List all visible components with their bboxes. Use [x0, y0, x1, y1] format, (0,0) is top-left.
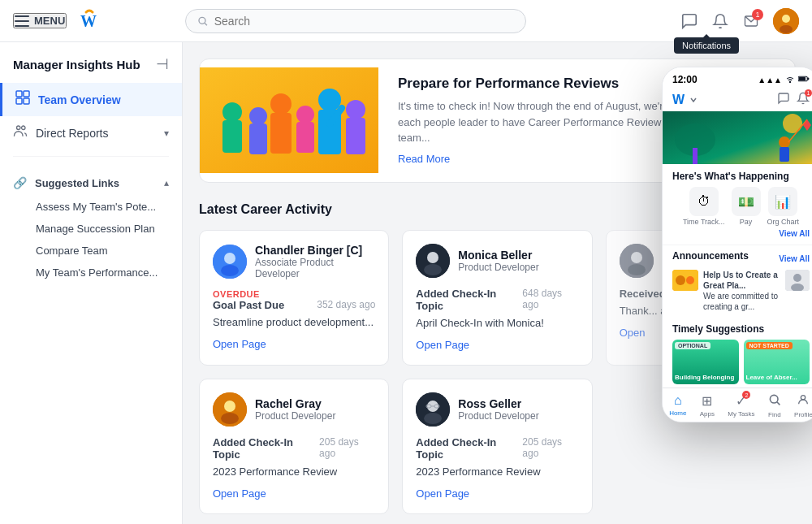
mobile-section-title: Here's What's Happening	[672, 171, 810, 182]
mobile-announce-item: Help Us to Create a Great Pla... We are …	[672, 270, 810, 312]
mobile-signal-icon: ▲▲▲	[758, 76, 782, 84]
mobile-announcements-title: Announcements	[672, 250, 749, 262]
mobile-timely-card-2[interactable]: NOT STARTED Leave of Abser...	[744, 340, 810, 384]
suggested-links-header: 🔗 Suggested Links ▴	[0, 163, 182, 196]
rachel-header: Rachel Gray Product Developer	[213, 392, 375, 427]
mobile-time-track-action[interactable]: ⏱ Time Track...	[683, 187, 725, 226]
svg-rect-50	[693, 148, 698, 164]
svg-point-29	[221, 265, 239, 276]
sidebar-item-direct-reports[interactable]: Direct Reports ▾	[0, 116, 182, 149]
chat-icon[interactable]	[680, 12, 698, 30]
svg-point-6	[780, 25, 793, 33]
main-content: Prepare for Performance Reviews It's tim…	[183, 42, 812, 524]
sidebar-collapse-icon[interactable]: ⊣	[156, 55, 169, 73]
mobile-pay-action[interactable]: 💵 Pay	[732, 187, 761, 226]
direct-reports-chevron: ▾	[164, 128, 169, 139]
sidebar-link-compare[interactable]: Compare Team	[0, 240, 182, 262]
mobile-status-icons: ▲▲▲	[758, 75, 810, 84]
rachel-days: 205 days ago	[319, 436, 375, 459]
org-chart-label: Org Chart	[767, 218, 800, 226]
svg-point-11	[17, 126, 21, 130]
menu-button[interactable]: MENU	[13, 13, 67, 28]
rachel-open-page-link[interactable]: Open Page	[213, 487, 266, 500]
rachel-role: Product Developer	[255, 410, 335, 422]
mobile-org-chart-action[interactable]: 📊 Org Chart	[767, 187, 800, 226]
mobile-battery-icon	[798, 75, 810, 84]
team-overview-label: Team Overview	[38, 93, 121, 106]
mobile-announce-thumb	[672, 270, 698, 291]
ross-open-page-link[interactable]: Open Page	[416, 487, 469, 500]
mobile-notif-badge: 1	[805, 89, 812, 97]
svg-text:W: W	[80, 12, 97, 30]
notifications-icon[interactable]	[711, 12, 729, 30]
mobile-announce-view-all[interactable]: View All	[779, 254, 810, 263]
monica-activity-label: Added Check-In Topic	[416, 288, 522, 312]
mobile-announce-title: Help Us to Create a Great Pla...	[703, 271, 778, 290]
app-logo: W	[76, 8, 102, 34]
svg-point-5	[782, 15, 790, 23]
mobile-view-all-link[interactable]: View All	[672, 229, 810, 238]
svg-line-62	[777, 402, 780, 405]
mobile-time: 12:00	[672, 74, 698, 85]
sidebar-link-performance[interactable]: My Team's Performance...	[0, 262, 182, 284]
suggested-links-chevron[interactable]: ▴	[164, 177, 169, 188]
svg-point-56	[676, 275, 685, 285]
mobile-chat-icon[interactable]	[777, 92, 790, 105]
sidebar-title: Manager Insights Hub	[13, 58, 140, 71]
svg-point-22	[318, 89, 341, 111]
mobile-status-bar: 12:00 ▲▲▲	[663, 67, 812, 89]
people-icon	[13, 123, 28, 142]
svg-rect-21	[296, 122, 314, 153]
svg-point-59	[793, 274, 801, 282]
svg-point-63	[801, 396, 806, 400]
mobile-nav-apps[interactable]: ⊞ Apps	[700, 393, 715, 418]
profile-icon	[797, 393, 810, 409]
rachel-activity-label: Added Check-In Topic	[213, 436, 319, 461]
receiver-open-link[interactable]: Open	[620, 327, 646, 339]
person-card-monica: Monica Beller Product Developer Added Ch…	[402, 230, 592, 366]
chandler-header: Chandler Binger [C] Associate Product De…	[213, 244, 375, 279]
mobile-nav-find[interactable]: Find	[768, 393, 781, 418]
timely-label-1: Building Belonging	[675, 374, 736, 382]
chandler-avatar	[213, 245, 247, 279]
chandler-detail: Streamline product development...	[213, 316, 375, 328]
ross-role: Product Developer	[458, 410, 538, 422]
svg-rect-25	[346, 118, 365, 154]
sidebar-divider	[13, 156, 169, 157]
person-card-ross: Ross Geller Product Developer Added Chec…	[402, 379, 592, 514]
ross-avatar	[416, 392, 450, 427]
home-icon: ⌂	[674, 393, 682, 408]
monica-name: Monica Beller	[458, 249, 538, 262]
rachel-avatar	[213, 392, 247, 427]
sidebar-link-succession[interactable]: Manage Succession Plan	[0, 218, 182, 240]
sidebar-item-team-overview[interactable]: Team Overview	[0, 83, 182, 116]
receiver-activity-label: Received	[620, 288, 666, 300]
monica-open-page-link[interactable]: Open Page	[416, 339, 469, 351]
mobile-timely-section: Timely Suggestions OPTIONAL Building Bel…	[663, 318, 812, 388]
apps-icon: ⊞	[702, 393, 712, 409]
chandler-name: Chandler Binger [C]	[255, 244, 375, 257]
svg-point-51	[783, 114, 802, 133]
mobile-nav-profile[interactable]: Profile	[794, 393, 812, 418]
suggested-links-title: Suggested Links	[35, 177, 119, 189]
svg-rect-10	[24, 98, 29, 104]
svg-point-16	[249, 107, 267, 125]
chandler-open-page-link[interactable]: Open Page	[213, 338, 266, 350]
user-avatar[interactable]	[773, 8, 799, 34]
search-bar[interactable]	[185, 9, 526, 33]
mobile-timely-card-1[interactable]: OPTIONAL Building Belonging	[672, 340, 739, 384]
mobile-nav-home[interactable]: ⌂ Home	[669, 393, 686, 418]
chandler-activity-row: Goal Past Due 352 days ago	[213, 299, 375, 311]
person-card-chandler: Chandler Binger [C] Associate Product De…	[199, 230, 389, 366]
mobile-announce-header: Announcements View All	[672, 250, 810, 266]
sidebar-link-assess[interactable]: Assess My Team's Pote...	[0, 196, 182, 218]
direct-reports-label: Direct Reports	[36, 127, 108, 140]
mail-icon[interactable]: 1	[742, 12, 760, 30]
mobile-nav-tasks[interactable]: ✓ 2 My Tasks	[728, 393, 754, 418]
search-icon	[197, 15, 208, 27]
svg-point-14	[222, 102, 242, 122]
search-input[interactable]	[214, 15, 514, 28]
svg-point-18	[270, 93, 292, 115]
svg-rect-8	[24, 91, 29, 97]
hero-read-more-link[interactable]: Read More	[398, 153, 450, 165]
